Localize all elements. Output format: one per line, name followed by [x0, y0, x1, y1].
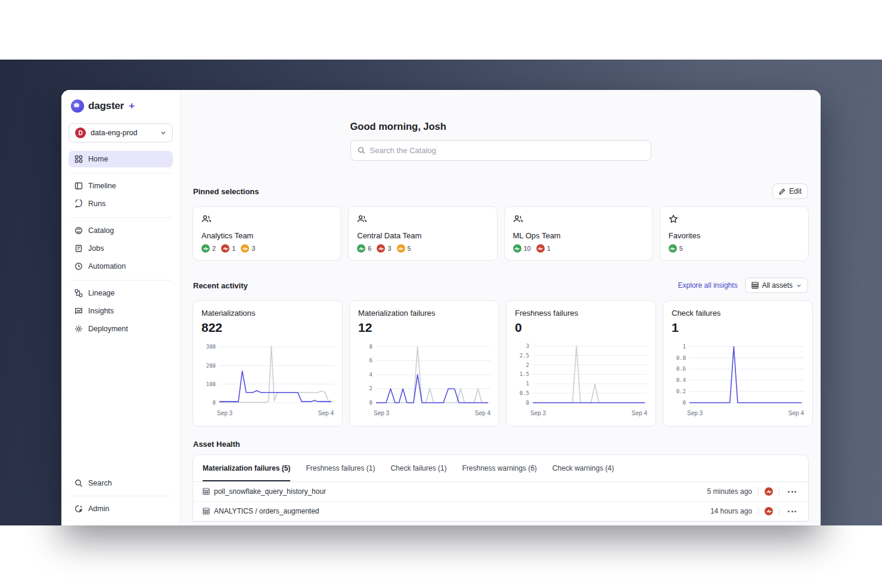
sidebar-item-deployment[interactable]: Deployment	[69, 321, 173, 337]
people-icon	[201, 214, 212, 223]
status-counts: 2 1 3	[201, 244, 333, 253]
clock-icon	[74, 262, 83, 270]
gear-icon	[74, 325, 83, 333]
tab-check-failures[interactable]: Check failures (1)	[390, 455, 446, 481]
pinned-card-title: ML Ops Team	[513, 231, 644, 240]
sidebar-item-lineage[interactable]: Lineage	[69, 285, 173, 301]
asset-row[interactable]: poll_snowflake_query_history_hour 5 minu…	[193, 482, 808, 502]
table-grid-icon	[751, 282, 759, 289]
pinned-card-favorites[interactable]: Favorites 5	[660, 206, 809, 261]
tab-materialization-failures[interactable]: Materialization failures (5)	[203, 455, 290, 481]
sidebar-item-jobs[interactable]: Jobs	[69, 240, 173, 257]
explore-all-insights-link[interactable]: Explore all insights	[678, 281, 738, 290]
asset-name: ANALYTICS / orders_augmented	[214, 507, 319, 515]
error-pulse-icon	[765, 507, 773, 515]
svg-text:0.8: 0.8	[676, 355, 686, 361]
svg-text:100: 100	[206, 381, 216, 387]
admin-icon	[74, 505, 83, 513]
status-counts: 10 1	[513, 244, 644, 253]
row-menu-button[interactable]	[785, 489, 799, 495]
divider	[70, 173, 172, 173]
count-value: 3	[251, 245, 255, 252]
sidebar-item-insights[interactable]: Insights	[69, 303, 173, 319]
sidebar-item-label: Deployment	[88, 325, 128, 333]
sidebar-item-search[interactable]: Search	[69, 475, 173, 491]
freshness-failures-chart-card: Freshness failures 0 00.511.522.53 Sep 3…	[506, 300, 656, 427]
svg-text:1.5: 1.5	[520, 371, 529, 377]
timeline-icon	[74, 182, 83, 190]
sidebar-item-label: Jobs	[88, 244, 104, 253]
check-failures-chart: 00.20.40.60.81	[672, 340, 804, 406]
asset-row[interactable]: ANALYTICS / orders_augmented 14 hours ag…	[193, 502, 808, 521]
asset-name: poll_snowflake_query_history_hour	[214, 487, 326, 496]
pinned-card-ml-ops-team[interactable]: ML Ops Team 10 1	[504, 206, 653, 261]
sidebar: dagster + D data-eng-prod Home Timeline	[61, 90, 181, 525]
sidebar-item-runs[interactable]: Runs	[69, 195, 173, 212]
table-grid-icon	[203, 488, 210, 495]
pinned-title: Pinned selections	[193, 187, 259, 196]
sidebar-item-label: Home	[88, 155, 108, 163]
pinned-header: Pinned selections Edit	[193, 183, 808, 199]
dagster-logo: dagster +	[69, 99, 173, 113]
greeting: Good morning, Josh	[350, 121, 651, 132]
asset-filter-label: All assets	[762, 281, 793, 290]
pinned-card-title: Analytics Team	[201, 231, 333, 240]
svg-text:0.5: 0.5	[520, 390, 529, 396]
svg-text:300: 300	[206, 344, 216, 350]
row-menu-button[interactable]	[785, 508, 799, 515]
count-value: 1	[547, 245, 551, 252]
divider	[70, 217, 172, 218]
sidebar-item-timeline[interactable]: Timeline	[69, 178, 173, 194]
catalog-search[interactable]	[350, 140, 651, 161]
pinned-card-title: Favorites	[669, 231, 800, 240]
workspace-selector[interactable]: D data-eng-prod	[69, 123, 173, 142]
asset-health-card: Materialization failures (5) Freshness f…	[192, 455, 809, 522]
tab-check-warnings[interactable]: Check warnings (4)	[552, 455, 614, 481]
count-value: 5	[679, 245, 683, 252]
divider	[70, 280, 172, 281]
status-counts: 6 3 5	[357, 244, 488, 253]
sidebar-item-admin[interactable]: Admin	[69, 500, 173, 517]
chart-total: 12	[358, 321, 490, 335]
divider	[758, 487, 759, 496]
chevron-down-icon	[160, 130, 166, 136]
asset-health-tabs: Materialization failures (5) Freshness f…	[193, 455, 808, 482]
svg-text:8: 8	[369, 344, 372, 350]
count-value: 10	[524, 245, 531, 252]
svg-text:2: 2	[369, 385, 372, 391]
asset-filter-dropdown[interactable]: All assets	[745, 278, 808, 293]
sidebar-item-automation[interactable]: Automation	[69, 258, 173, 275]
lineage-icon	[74, 289, 83, 297]
svg-text:1: 1	[683, 344, 686, 350]
chevron-down-icon	[796, 283, 802, 288]
sidebar-item-home[interactable]: Home	[69, 151, 173, 167]
materializations-chart: 0100200300	[201, 340, 334, 406]
app-window: dagster + D data-eng-prod Home Timeline	[61, 90, 821, 525]
workspace-avatar: D	[75, 127, 86, 138]
edit-button[interactable]: Edit	[772, 183, 808, 199]
tab-freshness-warnings[interactable]: Freshness warnings (6)	[462, 455, 536, 481]
sidebar-item-catalog[interactable]: Catalog	[69, 222, 173, 239]
asset-timestamp: 14 hours ago	[710, 507, 752, 515]
pinned-card-central-data-team[interactable]: Central Data Team 6 3 5	[348, 206, 497, 261]
svg-text:0: 0	[369, 400, 372, 406]
search-icon	[74, 479, 83, 487]
asset-timestamp: 5 minutes ago	[707, 487, 752, 496]
warning-pulse-icon	[241, 244, 249, 253]
search-input[interactable]	[370, 146, 644, 155]
warning-pulse-icon	[397, 244, 405, 253]
svg-text:0.4: 0.4	[676, 377, 686, 383]
pinned-card-analytics-team[interactable]: Analytics Team 2 1 3	[192, 206, 341, 261]
recent-activity-header: Recent activity Explore all insights All…	[193, 278, 808, 293]
error-pulse-icon	[221, 244, 229, 253]
jobs-icon	[74, 244, 83, 253]
sidebar-item-label: Timeline	[88, 182, 116, 190]
success-pulse-icon	[669, 244, 677, 253]
chart-x-labels: Sep 3Sep 4	[217, 410, 334, 416]
error-pulse-icon	[765, 487, 773, 496]
tab-freshness-failures[interactable]: Freshness failures (1)	[306, 455, 375, 481]
recent-activity-title: Recent activity	[193, 281, 248, 290]
people-icon	[357, 214, 367, 223]
insights-icon	[74, 307, 83, 315]
home-grid-icon	[74, 155, 83, 163]
